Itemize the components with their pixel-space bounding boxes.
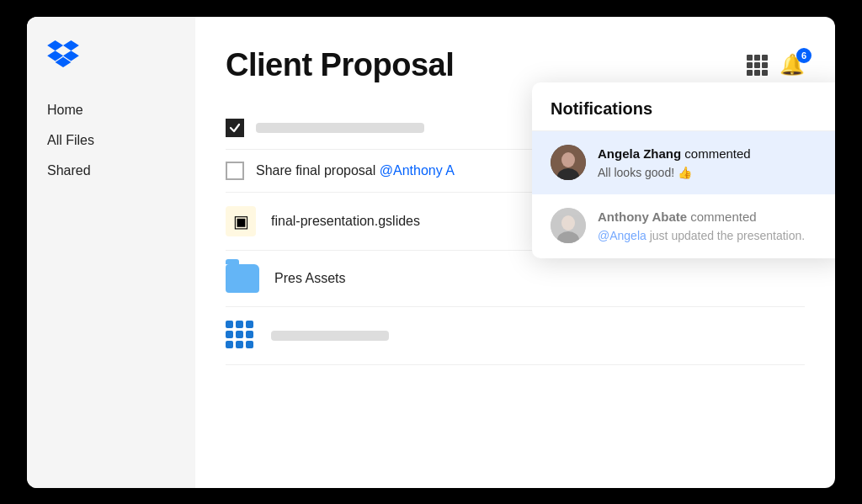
file-grid-dot (246, 341, 253, 348)
file-row-grid[interactable] (226, 307, 805, 365)
apps-grid-icon[interactable] (747, 55, 768, 76)
bell-button[interactable]: 🔔 6 (780, 53, 805, 77)
notification-badge: 6 (796, 48, 811, 63)
slides-symbol-icon: ▣ (233, 211, 249, 231)
grid-dot (754, 70, 760, 76)
notif-body-rest: just updated the presentation. (646, 229, 805, 242)
avatar-face (551, 208, 586, 243)
grid-dot (747, 62, 753, 68)
grid-file-icon (226, 321, 256, 351)
folder-icon (226, 264, 259, 293)
task-text-content: Share final proposal (256, 163, 380, 178)
file-grid-dot (246, 321, 253, 328)
notif-action: commented (687, 210, 757, 224)
avatar-face (551, 145, 586, 180)
notif-name: Angela Zhang (598, 146, 681, 161)
notification-item-anthony[interactable]: Anthony Abate commented @Angela just upd… (532, 194, 835, 258)
grid-dot (762, 62, 768, 68)
grid-dot (754, 62, 760, 68)
file-grid-dot (226, 321, 233, 328)
sidebar-item-home[interactable]: Home (47, 98, 175, 123)
page-title: Client Proposal (226, 47, 454, 83)
main-content: Client Proposal 🔔 6 (195, 17, 835, 488)
sidebar-item-all-files[interactable]: All Files (47, 128, 175, 153)
avatar-svg-angela (551, 145, 586, 180)
grid-dot (747, 70, 753, 76)
sidebar: Home All Files Shared (27, 17, 195, 488)
notif-main-text: Angela Zhang commented (598, 145, 825, 162)
notifications-title: Notifications (532, 82, 835, 131)
avatar-svg-anthony (551, 208, 586, 243)
file-grid-dot (246, 331, 253, 338)
dropbox-logo-icon (47, 40, 79, 67)
sidebar-item-shared[interactable]: Shared (47, 158, 175, 183)
avatar-angela (551, 145, 586, 180)
file-name: final-presentation.gslides (271, 214, 420, 229)
grid-dot (754, 55, 760, 61)
sidebar-logo (47, 40, 175, 71)
notif-body: All looks good! 👍 (598, 165, 825, 182)
notif-body: @Angela just updated the presentation. (598, 228, 825, 245)
file-grid-dot (236, 331, 243, 338)
file-grid-dot (236, 321, 243, 328)
task-text-blurred (256, 123, 424, 133)
grid-dot (747, 55, 753, 61)
checkmark-icon (229, 122, 241, 134)
notif-content-angela: Angela Zhang commented All looks good! 👍 (598, 145, 825, 182)
notif-main-text: Anthony Abate commented (598, 208, 825, 225)
main-header: Client Proposal 🔔 6 (226, 47, 805, 83)
checkbox-unchecked[interactable] (226, 162, 244, 180)
notifications-panel: Notifications (532, 82, 835, 258)
grid-dot (762, 70, 768, 76)
file-name: Pres Assets (274, 271, 345, 286)
grid-dot (762, 55, 768, 61)
file-grid-dot (226, 341, 233, 348)
task-text: Share final proposal @Anthony A (256, 163, 455, 178)
svg-point-3 (563, 153, 573, 165)
notif-name: Anthony Abate (598, 210, 687, 224)
notif-mention: @Angela (598, 229, 646, 242)
task-mention: @Anthony A (380, 163, 455, 178)
avatar-anthony (551, 208, 586, 243)
notif-content-anthony: Anthony Abate commented @Angela just upd… (598, 208, 825, 245)
header-icons: 🔔 6 (747, 53, 805, 77)
svg-point-7 (563, 216, 573, 228)
slides-icon: ▣ (226, 206, 256, 236)
notification-item-angela[interactable]: Angela Zhang commented All looks good! 👍 (532, 131, 835, 195)
checkbox-checked[interactable] (226, 119, 244, 137)
file-name-blurred (271, 331, 389, 341)
file-grid-dot (226, 331, 233, 338)
file-row-folder[interactable]: Pres Assets (226, 251, 805, 307)
app-container: Home All Files Shared Client Proposal (27, 17, 835, 488)
sidebar-nav: Home All Files Shared (47, 98, 175, 183)
file-grid-dot (236, 341, 243, 348)
notif-action: commented (681, 146, 751, 161)
